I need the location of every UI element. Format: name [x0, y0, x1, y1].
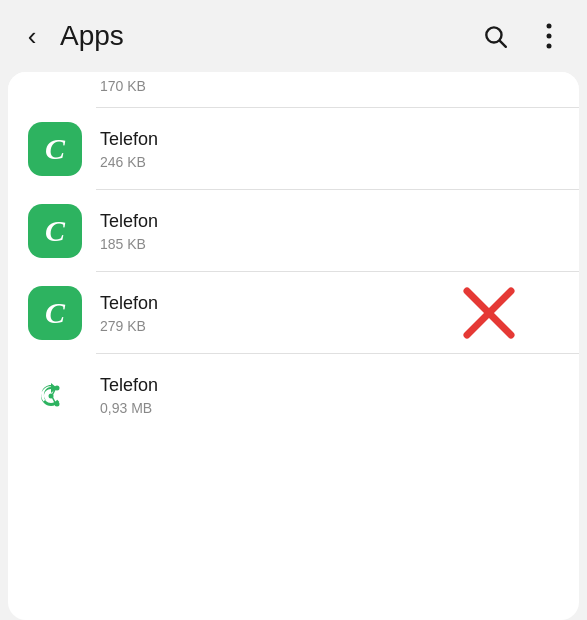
svg-line-1 — [500, 41, 506, 47]
svg-point-4 — [547, 44, 552, 49]
app-name: Telefon — [100, 210, 559, 233]
app-name: Telefon — [100, 374, 559, 397]
back-icon: ‹ — [28, 23, 37, 49]
top-bar-left: ‹ Apps — [10, 14, 124, 58]
list-item-partial: 170 KB — [8, 72, 579, 108]
top-bar: ‹ Apps — [0, 0, 587, 72]
page-title: Apps — [60, 20, 124, 52]
icon-letter: C — [45, 134, 65, 164]
app-size: 185 KB — [100, 236, 559, 252]
svg-point-7 — [31, 371, 79, 419]
app-icon: C — [28, 286, 82, 340]
top-bar-right — [475, 16, 569, 56]
app-size: 246 KB — [100, 154, 559, 170]
app-info: Telefon 185 KB — [100, 210, 559, 251]
red-x-icon — [459, 283, 519, 343]
app-icon-phone-share — [28, 368, 82, 422]
more-options-button[interactable] — [529, 16, 569, 56]
search-button[interactable] — [475, 16, 515, 56]
content-card: 170 KB C Telefon 246 KB C Telefon — [8, 72, 579, 620]
icon-letter: C — [45, 216, 65, 246]
list-item[interactable]: C Telefon 185 KB — [8, 190, 579, 272]
list-item[interactable]: C Telefon 279 KB — [8, 272, 579, 354]
app-icon: C — [28, 122, 82, 176]
app-icon: C — [28, 204, 82, 258]
app-size: 0,93 MB — [100, 400, 559, 416]
icon-letter: C — [45, 298, 65, 328]
screen: ‹ Apps 170 KB — [0, 0, 587, 620]
app-info: Telefon 0,93 MB — [100, 374, 559, 415]
svg-point-2 — [547, 24, 552, 29]
list-item[interactable]: Telefon 0,93 MB — [8, 354, 579, 436]
app-list: 170 KB C Telefon 246 KB C Telefon — [8, 72, 579, 620]
list-item[interactable]: C Telefon 246 KB — [8, 108, 579, 190]
app-info: Telefon 246 KB — [100, 128, 559, 169]
app-name: Telefon — [100, 128, 559, 151]
svg-point-3 — [547, 34, 552, 39]
back-button[interactable]: ‹ — [10, 14, 54, 58]
search-icon — [482, 23, 508, 49]
partial-size: 170 KB — [100, 78, 146, 94]
more-icon — [546, 23, 552, 49]
